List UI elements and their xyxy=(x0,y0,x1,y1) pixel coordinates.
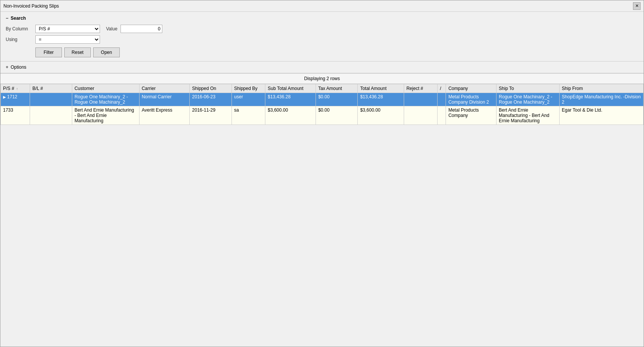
col-header-reject-label: Reject # xyxy=(406,86,423,91)
cell-ship_to: Bert And Ernie Manufacturing - Bert And … xyxy=(496,106,560,125)
col-header-tax[interactable]: Tax Amount xyxy=(316,84,358,93)
col-header-bl[interactable]: B/L # xyxy=(30,84,72,93)
col-header-reject[interactable]: Reject # xyxy=(404,84,437,93)
search-header-label: Search xyxy=(11,16,26,21)
reset-button[interactable]: Reset xyxy=(64,47,91,57)
button-row: Filter Reset Open xyxy=(35,47,638,57)
main-window: Non-Invoiced Packing Slips ✕ − Search By… xyxy=(0,0,644,347)
cell-subtotal: $3,600.00 xyxy=(265,106,316,125)
display-info: Displaying 2 rows xyxy=(0,73,644,84)
col-header-tax-label: Tax Amount xyxy=(318,86,342,91)
col-header-bl-label: B/L # xyxy=(32,86,43,91)
options-header-label: Options xyxy=(11,65,26,70)
table-header-row: P/S # ↑ B/L # Customer Carrier Shipped O… xyxy=(1,84,644,93)
using-label: Using xyxy=(6,37,32,42)
cell-tax: $0.00 xyxy=(316,106,358,125)
cell-shipped_by: sa xyxy=(232,106,265,125)
col-header-ps-label: P/S # xyxy=(3,86,14,91)
row-indicator: ▶ xyxy=(3,95,7,99)
col-header-ship-to[interactable]: Ship To xyxy=(496,84,560,93)
col-header-company[interactable]: Company xyxy=(446,84,496,93)
by-column-select[interactable]: P/S # B/L # Customer Carrier Shipped On … xyxy=(35,25,100,33)
col-header-carrier[interactable]: Carrier xyxy=(139,84,190,93)
table-row[interactable]: 1733Bert And Ernie Manufacturing - Bert … xyxy=(1,106,644,125)
cell-company: Metal Products Company Division 2 xyxy=(446,93,496,106)
search-panel: − Search By Column P/S # B/L # Customer … xyxy=(0,12,644,62)
table-area: Displaying 2 rows P/S # ↑ B/L # Customer… xyxy=(0,73,644,125)
col-header-shipped-by[interactable]: Shipped By xyxy=(232,84,265,93)
cell-div xyxy=(438,93,446,106)
col-header-divider: / xyxy=(438,84,446,93)
cell-carrier: Normal Carrier xyxy=(139,93,190,106)
cell-shipped_on: 2016-06-23 xyxy=(190,93,232,106)
filter-button[interactable]: Filter xyxy=(35,47,62,57)
title-bar: Non-Invoiced Packing Slips ✕ xyxy=(0,0,644,12)
cell-bl xyxy=(30,93,72,106)
cell-bl xyxy=(30,106,72,125)
col-header-carrier-label: Carrier xyxy=(142,86,156,91)
col-header-total[interactable]: Total Amount xyxy=(358,84,404,93)
col-header-shipped-by-label: Shipped By xyxy=(234,86,257,91)
close-button[interactable]: ✕ xyxy=(633,2,641,10)
cell-subtotal: $13,436.28 xyxy=(265,93,316,106)
value-label: Value xyxy=(106,26,117,32)
cell-ship_from: ShopEdge Manufacturing Inc. -Division 2 xyxy=(559,93,643,106)
col-header-ps[interactable]: P/S # ↑ xyxy=(1,84,30,93)
cell-reject xyxy=(404,106,437,125)
cell-tax: $0.00 xyxy=(316,93,358,106)
cell-company: Metal Products Company xyxy=(446,106,496,125)
cell-shipped_on: 2016-11-29 xyxy=(190,106,232,125)
options-panel: + Options xyxy=(0,62,644,73)
cell-ps: 1733 xyxy=(1,106,30,125)
options-expand-icon: + xyxy=(6,65,8,70)
cell-total: $3,600.00 xyxy=(358,106,404,125)
options-header[interactable]: + Options xyxy=(6,65,638,70)
col-header-total-label: Total Amount xyxy=(360,86,386,91)
col-header-ship-to-label: Ship To xyxy=(499,86,514,91)
cell-customer: Rogue One Machinary_2 - Rogue One Machin… xyxy=(72,93,139,106)
data-table: P/S # ↑ B/L # Customer Carrier Shipped O… xyxy=(0,84,644,125)
by-column-label: By Column xyxy=(6,26,32,32)
search-header: − Search xyxy=(6,16,638,21)
cell-total: $13,436.28 xyxy=(358,93,404,106)
col-header-customer[interactable]: Customer xyxy=(72,84,139,93)
col-header-subtotal[interactable]: Sub Total Amount xyxy=(265,84,316,93)
open-button[interactable]: Open xyxy=(93,47,120,57)
table-row[interactable]: ▶ 1712Rogue One Machinary_2 - Rogue One … xyxy=(1,93,644,106)
cell-ps: ▶ 1712 xyxy=(1,93,30,106)
cell-carrier: Averitt Express xyxy=(139,106,190,125)
col-header-ship-from[interactable]: Ship From xyxy=(559,84,643,93)
col-header-ship-from-label: Ship From xyxy=(562,86,583,91)
col-header-divider-label: / xyxy=(440,86,441,91)
col-header-customer-label: Customer xyxy=(75,86,94,91)
cell-ship_from: Egar Tool & Die Ltd. xyxy=(559,106,643,125)
col-header-shipped-on-label: Shipped On xyxy=(192,86,216,91)
sort-icon-ps: ↑ xyxy=(16,87,18,91)
title-bar-left: Non-Invoiced Packing Slips xyxy=(3,3,59,9)
col-header-shipped-on[interactable]: Shipped On xyxy=(190,84,232,93)
by-column-row: By Column P/S # B/L # Customer Carrier S… xyxy=(6,25,638,33)
cell-reject xyxy=(404,93,437,106)
window-title: Non-Invoiced Packing Slips xyxy=(3,3,59,9)
col-header-company-label: Company xyxy=(448,86,468,91)
using-select[interactable]: = < > <= >= contains xyxy=(35,35,100,44)
col-header-subtotal-label: Sub Total Amount xyxy=(268,86,303,91)
cell-div xyxy=(438,106,446,125)
search-collapse-icon[interactable]: − xyxy=(6,16,8,21)
value-input[interactable] xyxy=(121,25,162,33)
using-row: Using = < > <= >= contains xyxy=(6,35,638,44)
cell-ship_to: Rogue One Machinary_2 - Rogue One Machin… xyxy=(496,93,560,106)
cell-shipped_by: user xyxy=(232,93,265,106)
cell-customer: Bert And Ernie Manufacturing - Bert And … xyxy=(72,106,139,125)
